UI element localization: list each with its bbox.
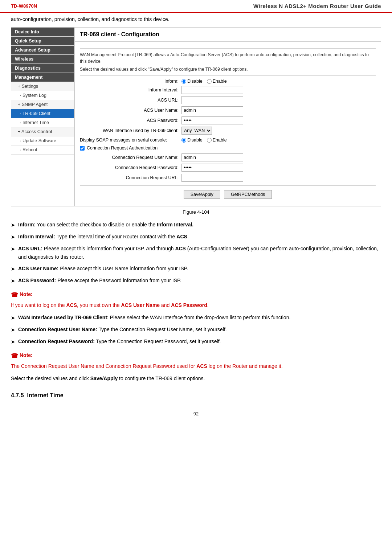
bullet-arrow-6: ➤ — [11, 314, 15, 323]
inform-enable-radio[interactable] — [207, 79, 212, 84]
note-label-1: ☎ Note: — [11, 290, 381, 300]
sidebar-item-wireless[interactable]: Wireless — [11, 55, 74, 64]
conn-request-url-row: Connection Request URL: — [80, 174, 376, 182]
bullet-wan-interface-text: WAN Interface used by TR-069 Client: Ple… — [18, 313, 381, 322]
bullet-inform-interval: ➤ Inform Interval: Type the interval tim… — [11, 233, 381, 242]
acs-username-bold: ACS User Name: — [18, 266, 58, 271]
sidebar-item-reboot[interactable]: · Reboot — [11, 145, 74, 155]
bullet-arrow-1: ➤ — [11, 221, 15, 230]
bullet-acs-url-text: ACS URL: Please accept this information … — [18, 245, 381, 262]
inform-radio-group: Disable Enable — [181, 79, 227, 84]
acs-bold-note2: ACS — [196, 363, 207, 369]
acs-password-input[interactable] — [181, 116, 243, 124]
note-section-1: ☎ Note: If you want to log on the ACS, y… — [11, 290, 381, 309]
conn-request-username-row: Connection Request User Name: — [80, 153, 376, 161]
acs-username-label: ACS User Name: — [80, 108, 181, 113]
footer-text: Select the desired values and click Save… — [11, 374, 381, 383]
save-apply-button[interactable]: Save/Apply — [184, 190, 220, 199]
sidebar-item-device-info[interactable]: Device Info — [11, 28, 74, 37]
acs-url-label: ACS URL: — [80, 98, 181, 103]
inform-bold: Inform: — [18, 222, 36, 227]
bullet-conn-password-text: Connection Request Password: Type the Co… — [18, 337, 381, 346]
sidebar-item-diagnostics[interactable]: Diagnostics — [11, 64, 74, 73]
conn-password-bold: Connection Request Password: — [18, 338, 95, 344]
note-section-2: ☎ Note: The Connection Request User Name… — [11, 351, 381, 370]
bullet-acs-username-text: ACS User Name: Please accept this User N… — [18, 264, 381, 273]
button-row: Save/Apply GetRPCMethods — [80, 190, 376, 199]
section-name: Internet Time — [27, 392, 63, 398]
acs-password-bold: ACS Password: — [18, 278, 56, 283]
bullet-inform: ➤ Inform: You can select the checkbox to… — [11, 221, 381, 230]
bullet-conn-password: ➤ Connection Request Password: Type the … — [11, 337, 381, 346]
display-soap-disable-text: Disable — [187, 138, 203, 143]
acs-url-bold: ACS URL: — [18, 246, 42, 251]
note-icon-1: ☎ — [11, 290, 18, 300]
sidebar-item-update-software[interactable]: · Update Software — [11, 136, 74, 145]
sidebar-item-settings[interactable]: + Settings — [11, 82, 74, 91]
bullet-conn-username: ➤ Connection Request User Name: Type the… — [11, 325, 381, 335]
display-soap-disable-label[interactable]: Disable — [181, 138, 203, 143]
display-soap-enable-radio[interactable] — [207, 138, 212, 143]
bullet-conn-username-text: Connection Request User Name: Type the C… — [18, 325, 381, 334]
save-apply-bold: Save/Apply — [90, 376, 118, 381]
conn-request-url-input[interactable] — [181, 174, 243, 182]
display-soap-disable-radio[interactable] — [181, 138, 186, 143]
conn-username-bold: Connection Request User Name: — [18, 327, 97, 332]
inform-interval-bold: Inform Interval. — [157, 222, 193, 227]
acs-username-bold-note1: ACS User Name — [121, 302, 160, 308]
figure-caption: Figure 4-104 — [11, 209, 381, 215]
guide-title: Wireless N ADSL2+ Modem Router User Guid… — [253, 3, 381, 9]
sidebar-item-snmp-agent[interactable]: + SNMP Agent — [11, 100, 74, 109]
sidebar-item-tr069-client[interactable]: · TR-069 Client — [11, 109, 74, 118]
inform-disable-text: Disable — [187, 79, 203, 84]
conn-request-auth-label: Connection Request Authentication — [87, 145, 158, 151]
acs-password-row: ACS Password: — [80, 116, 376, 124]
conn-request-auth-checkbox[interactable] — [80, 146, 85, 151]
bullet-acs-url: ➤ ACS URL: Please accept this informatio… — [11, 245, 381, 262]
acs-url-input[interactable] — [181, 96, 243, 104]
inform-interval-label: Inform Interval: — [80, 87, 181, 93]
note-label-text-2: Note: — [20, 351, 33, 360]
bullet-acs-username: ➤ ACS User Name: Please accept this User… — [11, 264, 381, 274]
acs-password-label: ACS Password: — [80, 118, 181, 123]
conn-request-password-input[interactable] — [181, 164, 243, 172]
conn-request-url-label: Connection Request URL: — [80, 175, 181, 180]
sidebar-item-system-log[interactable]: · System Log — [11, 91, 74, 100]
wan-interface-select[interactable]: Any_WAN — [181, 127, 212, 135]
panel-desc1: WAN Management Protocol (TR-069) allows … — [80, 52, 376, 65]
bullet-acs-password: ➤ ACS Password: Please accept the Passwo… — [11, 276, 381, 286]
acs-bold-1: ACS — [176, 234, 187, 239]
wan-interface-label: WAN Interface used by TR-069 client: — [80, 128, 181, 133]
body-content: ➤ Inform: You can select the checkbox to… — [11, 221, 381, 400]
sidebar-item-management[interactable]: Management — [11, 73, 74, 82]
get-rpc-button[interactable]: GetRPCMethods — [224, 190, 272, 199]
conn-request-username-input[interactable] — [181, 153, 243, 161]
panel-title: TR-069 client - Configuration — [75, 28, 381, 42]
inform-enable-label[interactable]: Enable — [207, 79, 227, 84]
sidebar-item-advanced-setup[interactable]: Advanced Setup — [11, 46, 74, 55]
inform-interval-bold2: Inform Interval: — [18, 234, 55, 239]
note-label-text-1: Note: — [20, 290, 33, 299]
page-header: TD-W8970N Wireless N ADSL2+ Modem Router… — [0, 0, 392, 13]
acs-username-input[interactable] — [181, 106, 243, 114]
sidebar-item-quick-setup[interactable]: Quick Setup — [11, 37, 74, 46]
wan-interface-row: WAN Interface used by TR-069 client: Any… — [80, 127, 376, 135]
display-soap-enable-label[interactable]: Enable — [207, 138, 227, 143]
sidebar-item-access-control[interactable]: + Access Control — [11, 127, 74, 136]
inform-disable-radio[interactable] — [181, 79, 186, 84]
bullet-acs-password-text: ACS Password: Please accept the Password… — [18, 276, 381, 285]
inform-disable-label[interactable]: Disable — [181, 79, 203, 84]
bullet-arrow-8: ➤ — [11, 338, 15, 346]
inform-interval-row: Inform Interval: 300 — [80, 86, 376, 94]
bullet-arrow-4: ➤ — [11, 265, 15, 274]
main-panel: TR-069 client - Configuration WAN Manage… — [74, 27, 381, 206]
display-soap-radio-group: Disable Enable — [181, 138, 227, 143]
display-soap-enable-text: Enable — [213, 138, 227, 143]
inform-row: Inform: Disable Enable — [80, 79, 376, 84]
bullet-arrow-7: ➤ — [11, 326, 15, 335]
inform-interval-input[interactable]: 300 — [181, 86, 243, 94]
acs-bold-note1: ACS — [66, 302, 77, 308]
display-soap-row: Display SOAP messages on serial console:… — [80, 138, 376, 143]
model-label: TD-W8970N — [11, 3, 37, 9]
sidebar-item-internet-time[interactable]: · Internet Time — [11, 118, 74, 127]
